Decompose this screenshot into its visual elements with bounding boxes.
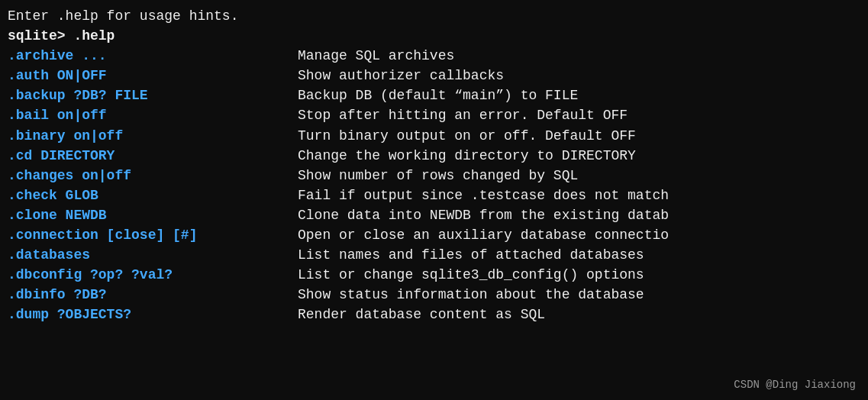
command-row: .check GLOBFail if output since .testcas… [8, 185, 860, 205]
command-name: .dump ?OBJECTS? [8, 305, 298, 324]
command-row: .dbconfig ?op? ?val?List or change sqlit… [8, 265, 860, 285]
command-row: .bail on|offStop after hitting an error.… [8, 105, 860, 125]
command-row: .cd DIRECTORYChange the working director… [8, 146, 860, 166]
command-desc: Clone data into NEWDB from the existing … [298, 205, 669, 225]
header-text: Enter .help for usage hints. [8, 6, 238, 26]
command-name: .binary on|off [8, 126, 298, 146]
command-name: .clone NEWDB [8, 205, 298, 225]
command-desc: Show status information about the databa… [298, 285, 644, 305]
command-desc: Change the working directory to DIRECTOR… [298, 146, 636, 166]
command-list: .archive ...Manage SQL archives.auth ON|… [8, 46, 860, 324]
command-name: .check GLOB [8, 185, 298, 205]
command-row: .dbinfo ?DB?Show status information abou… [8, 285, 860, 305]
command-desc: List or change sqlite3_db_config() optio… [298, 265, 644, 285]
command-name: .backup ?DB? FILE [8, 85, 298, 105]
command-name: .auth ON|OFF [8, 66, 298, 85]
command-name: .connection [close] [#] [8, 225, 298, 245]
command-row: .databasesList names and files of attach… [8, 245, 860, 265]
command-desc: Backup DB (default “main”) to FILE [298, 85, 578, 105]
command-name: .dbconfig ?op? ?val? [8, 265, 298, 285]
command-name: .dbinfo ?DB? [8, 285, 298, 305]
command-desc: Open or close an auxiliary database conn… [298, 225, 669, 245]
command-name: .archive ... [8, 46, 298, 66]
command-desc: Render database content as SQL [298, 305, 545, 324]
command-row: .changes on|offShow number of rows chang… [8, 166, 860, 185]
watermark: CSDN @Ding Jiaxiong [734, 379, 856, 391]
terminal: Enter .help for usage hints. sqlite> .he… [0, 0, 868, 400]
command-row: .clone NEWDBClone data into NEWDB from t… [8, 205, 860, 225]
command-desc: Show number of rows changed by SQL [298, 166, 578, 185]
command-name: .changes on|off [8, 166, 298, 185]
command-desc: List names and files of attached databas… [298, 245, 644, 265]
command-desc: Turn binary output on or off. Default OF… [298, 126, 636, 146]
prompt-line: sqlite> .help [8, 26, 860, 46]
command-desc: Stop after hitting an error. Default OFF [298, 105, 628, 125]
command-name: .bail on|off [8, 105, 298, 125]
prompt-text: sqlite> .help [8, 26, 115, 46]
command-desc: Show authorizer callbacks [298, 66, 504, 85]
command-row: .backup ?DB? FILEBackup DB (default “mai… [8, 85, 860, 105]
command-row: .binary on|offTurn binary output on or o… [8, 126, 860, 146]
command-name: .cd DIRECTORY [8, 146, 298, 166]
command-desc: Fail if output since .testcase does not … [298, 185, 669, 205]
command-desc: Manage SQL archives [298, 46, 454, 66]
command-name: .databases [8, 245, 298, 265]
header-line: Enter .help for usage hints. [8, 6, 860, 26]
command-row: .dump ?OBJECTS?Render database content a… [8, 305, 860, 324]
command-row: .archive ...Manage SQL archives [8, 46, 860, 66]
command-row: .auth ON|OFFShow authorizer callbacks [8, 66, 860, 85]
command-row: .connection [close] [#]Open or close an … [8, 225, 860, 245]
